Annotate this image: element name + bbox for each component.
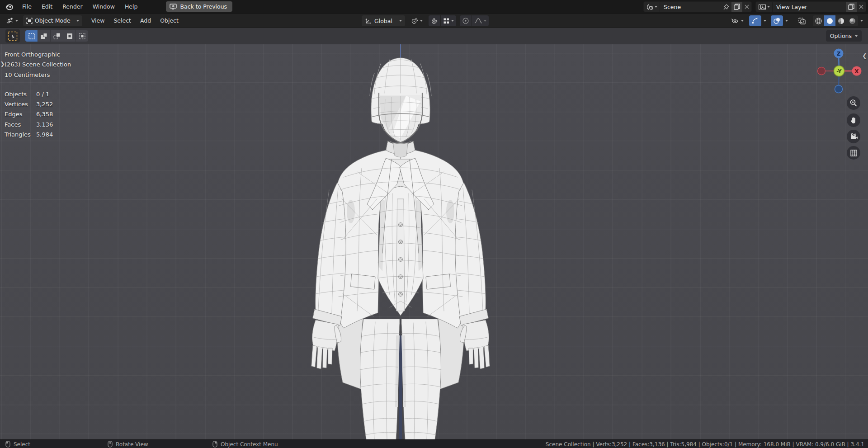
show-gizmo-toggle[interactable] — [749, 15, 761, 26]
new-scene-button[interactable] — [731, 2, 742, 12]
shading-dropdown[interactable] — [858, 15, 865, 26]
menu-file[interactable]: File — [17, 0, 37, 13]
close-icon — [859, 4, 864, 9]
gizmo-axis-x-neg[interactable] — [818, 67, 826, 75]
active-tool-select-box[interactable] — [5, 29, 20, 42]
new-view-layer-button[interactable] — [846, 2, 857, 12]
overlays-dropdown[interactable] — [783, 15, 790, 26]
chevron-down-icon — [420, 20, 423, 22]
snap-toggle-button[interactable] — [429, 15, 440, 26]
wireframe-character-model[interactable] — [0, 44, 868, 439]
menu-object[interactable]: Object — [156, 17, 183, 24]
menu-render[interactable]: Render — [57, 0, 88, 13]
stat-label: Objects — [5, 90, 36, 99]
viewport-text-overlay: Front Orthographic (263) Scene Collectio… — [5, 50, 71, 140]
menu-edit[interactable]: Edit — [37, 0, 57, 13]
pin-icon — [723, 4, 730, 10]
browse-scene-button[interactable] — [644, 2, 660, 12]
move-view-button[interactable] — [847, 113, 860, 127]
shading-material-icon — [837, 17, 845, 25]
stat-label: Triangles — [5, 130, 36, 140]
shading-solid-icon — [826, 17, 834, 25]
toggle-xray-button[interactable] — [796, 15, 808, 26]
falloff-curve-icon — [474, 18, 482, 24]
chevron-down-icon — [767, 6, 770, 8]
back-to-previous-label: Back to Previous — [180, 3, 227, 10]
chevron-down-icon — [860, 20, 863, 22]
select-box-tool-icon — [7, 31, 18, 42]
show-overlays-toggle[interactable] — [771, 15, 783, 26]
mouse-middle-icon — [108, 441, 113, 448]
shading-wireframe-button[interactable] — [813, 15, 824, 26]
hint-select-label: Select — [14, 441, 30, 448]
unlink-scene-button[interactable] — [742, 2, 751, 12]
stat-value: 0 / 1 — [36, 90, 49, 99]
chevron-down-icon — [741, 20, 744, 22]
header-right-controls — [729, 15, 865, 26]
shading-material-button[interactable] — [835, 15, 847, 26]
options-dropdown[interactable]: Options — [826, 30, 862, 42]
scene-selector: Scene — [643, 1, 752, 12]
editor-type-button[interactable] — [4, 15, 20, 26]
shading-rendered-icon — [849, 17, 856, 25]
remove-view-layer-button[interactable] — [857, 2, 866, 12]
view-layer-icon — [758, 4, 766, 10]
transform-orientation-dropdown[interactable]: Global — [362, 15, 405, 26]
hint-select: Select — [5, 440, 30, 448]
scene-name[interactable]: Scene — [660, 4, 721, 10]
stat-label: Vertices — [5, 99, 36, 109]
hint-context-menu-label: Object Context Menu — [221, 441, 278, 448]
object-visibility-dropdown[interactable] — [729, 15, 746, 26]
chevron-down-icon — [785, 20, 788, 22]
select-set-icon — [28, 33, 35, 40]
shading-solid-button[interactable] — [824, 15, 835, 26]
viewport-3d[interactable]: Front Orthographic (263) Scene Collectio… — [0, 44, 868, 439]
pivot-point-icon — [411, 17, 419, 24]
gizmo-x-label: X — [854, 68, 859, 75]
mouse-left-icon — [5, 441, 10, 448]
shading-rendered-button[interactable] — [847, 15, 858, 26]
select-mode-set-button[interactable] — [25, 30, 38, 42]
menu-window[interactable]: Window — [88, 0, 120, 13]
camera-view-button[interactable] — [847, 130, 860, 143]
view-layer-name[interactable]: View Layer — [773, 4, 846, 10]
pivot-point-dropdown[interactable] — [409, 15, 425, 26]
toggle-perspective-button[interactable] — [847, 146, 860, 160]
view-navigation-gizmo[interactable]: Z -Y X — [815, 45, 864, 95]
shading-wireframe-icon — [815, 17, 822, 25]
menu-add[interactable]: Add — [136, 17, 156, 24]
browse-view-layer-button[interactable] — [756, 2, 773, 12]
viewport-header: Object Mode View Select Add Object Globa… — [0, 14, 868, 28]
mode-dropdown[interactable]: Object Mode — [23, 15, 82, 26]
gizmo-axis-z-neg[interactable] — [835, 85, 843, 93]
screen-back-icon — [170, 4, 177, 9]
pin-scene-button[interactable] — [721, 2, 731, 12]
topbar: File Edit Render Window Help Back to Pre… — [0, 0, 868, 14]
magnet-icon — [431, 17, 438, 24]
select-mode-intersect-button[interactable] — [76, 30, 88, 42]
snap-target-dropdown[interactable] — [441, 15, 456, 26]
z-axis-line-lower — [399, 335, 402, 439]
orthographic-grid-icon — [850, 149, 858, 157]
gizmo-dropdown[interactable] — [761, 15, 769, 26]
select-mode-extend-button[interactable] — [38, 30, 50, 42]
menu-help[interactable]: Help — [120, 0, 143, 13]
menu-select[interactable]: Select — [109, 17, 136, 24]
scene-statistics: Objects0 / 1 Vertices3,252 Edges6,358 Fa… — [5, 90, 71, 140]
chevron-down-icon — [484, 20, 486, 22]
hint-rotate-view-label: Rotate View — [116, 441, 148, 448]
menu-view[interactable]: View — [87, 17, 109, 24]
proportional-falloff-dropdown[interactable] — [472, 15, 489, 26]
zoom-view-button[interactable] — [847, 96, 860, 110]
blender-logo-icon — [5, 2, 14, 11]
chevron-down-icon — [855, 35, 858, 37]
select-mode-invert-button[interactable] — [63, 30, 75, 42]
object-mode-icon — [26, 18, 33, 24]
proportional-editing-button[interactable] — [460, 15, 472, 26]
select-mode-subtract-button[interactable] — [51, 30, 63, 42]
close-icon — [744, 4, 750, 9]
stat-value: 3,252 — [36, 99, 53, 109]
back-to-previous-button[interactable]: Back to Previous — [166, 1, 232, 12]
toolbar-expand-arrow[interactable]: ❯ — [0, 61, 5, 67]
mode-dropdown-label: Object Mode — [35, 17, 71, 24]
